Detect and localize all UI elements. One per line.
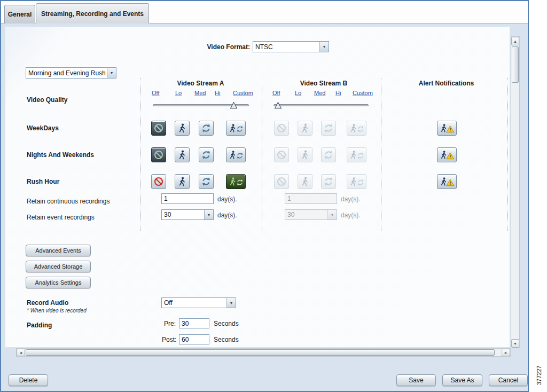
- dropdown-arrow-icon: ▼: [327, 210, 337, 219]
- rush-a-continuous-record-button[interactable]: [199, 174, 214, 189]
- slider-thumb-icon: [275, 102, 282, 109]
- nights-a-continuous-record-button[interactable]: [199, 147, 214, 162]
- nights-b-continuous-record-button: [321, 147, 336, 162]
- continuous-loop-icon: [323, 123, 334, 134]
- tab-general[interactable]: General: [4, 5, 35, 23]
- padding-label: Padding: [27, 322, 52, 329]
- motion-continuous-icon: [348, 150, 365, 160]
- tab-streaming-recording-events[interactable]: Streaming, Recording and Events: [36, 3, 149, 24]
- rush-a-record-off-button[interactable]: [151, 174, 166, 189]
- video-format-value: NTSC: [253, 42, 319, 52]
- horizontal-scrollbar: ◄ ►: [16, 348, 511, 357]
- quality-tick-custom[interactable]: Custom: [353, 90, 373, 96]
- save-as-button[interactable]: Save As: [442, 374, 482, 386]
- scroll-left-icon[interactable]: ◄: [17, 349, 25, 356]
- no-record-icon: [276, 123, 287, 134]
- retain-event-a-dropdown[interactable]: 30 ▼: [161, 209, 214, 220]
- rush-hour-label: Rush Hour: [27, 178, 59, 185]
- padding-pre-input[interactable]: [179, 318, 209, 328]
- video-format-dropdown[interactable]: NTSC ▼: [253, 41, 329, 52]
- vertical-scroll-thumb[interactable]: [512, 46, 519, 83]
- schedule-value: Morning and Evening Rush: [26, 68, 107, 78]
- motion-alert-icon: [439, 150, 455, 160]
- schedule-dropdown[interactable]: Morning and Evening Rush ▼: [26, 67, 116, 79]
- weekdays-b-motion-record-button: [298, 121, 312, 136]
- motion-continuous-icon: [228, 176, 244, 187]
- no-record-icon: [276, 176, 287, 187]
- slider-thumb-icon: [230, 102, 237, 109]
- retain-continuous-label: Retain continuous recordings: [27, 198, 110, 205]
- quality-tick-lo[interactable]: Lo: [295, 90, 301, 96]
- quality-tick-custom[interactable]: Custom: [233, 90, 253, 96]
- video-format-label: Video Format:: [182, 43, 250, 51]
- weekdays-a-record-off-button[interactable]: [151, 121, 166, 136]
- cancel-label: Cancel: [498, 377, 518, 384]
- motion-person-icon: [300, 150, 310, 160]
- scroll-up-icon[interactable]: ▲: [511, 37, 519, 45]
- retain-continuous-a-input[interactable]: [161, 193, 214, 204]
- quality-slider-thumb-a[interactable]: [230, 101, 237, 108]
- nights-alert-button[interactable]: [437, 147, 457, 162]
- rush-alert-button[interactable]: [437, 174, 457, 189]
- weekdays-a-motion-record-button[interactable]: [175, 121, 190, 136]
- dropdown-arrow-icon: ▼: [319, 42, 329, 52]
- padding-post-input[interactable]: [179, 334, 209, 344]
- save-as-label: Save As: [450, 377, 474, 384]
- screenshot-canvas: General Streaming, Recording and Events …: [0, 0, 547, 392]
- record-audio-dropdown[interactable]: Off ▼: [161, 297, 236, 308]
- weekdays-b-motion-continuous-button: [347, 121, 366, 136]
- column-header-stream-a: Video Stream A: [143, 80, 258, 87]
- advanced-storage-label: Advanced Storage: [34, 263, 83, 270]
- continuous-loop-icon: [323, 150, 334, 160]
- weekdays-alert-button[interactable]: [437, 121, 457, 136]
- no-record-icon: [153, 176, 164, 187]
- motion-person-icon: [300, 176, 310, 187]
- scroll-down-icon[interactable]: ▼: [511, 339, 519, 348]
- analytics-settings-button[interactable]: Analytics Settings: [26, 277, 91, 288]
- padding-post-seconds: Seconds: [214, 336, 239, 343]
- days-suffix: day(s).: [341, 195, 361, 203]
- motion-person-icon: [300, 123, 310, 134]
- quality-slider-track-b[interactable]: [274, 104, 369, 106]
- nights-a-motion-record-button[interactable]: [175, 147, 190, 162]
- column-header-stream-b: Video Stream B: [267, 80, 380, 87]
- quality-slider-track-a[interactable]: [153, 104, 249, 106]
- quality-tick-off[interactable]: Off: [152, 90, 159, 96]
- retain-event-a-value: 30: [162, 210, 204, 219]
- save-button[interactable]: Save: [396, 374, 436, 386]
- rush-b-motion-continuous-button: [347, 174, 366, 189]
- quality-tick-lo[interactable]: Lo: [175, 90, 182, 96]
- advanced-storage-button[interactable]: Advanced Storage: [26, 261, 91, 272]
- delete-button[interactable]: Delete: [9, 374, 48, 386]
- rush-b-record-off-button: [274, 174, 289, 189]
- quality-tick-off[interactable]: Off: [272, 90, 280, 96]
- vertical-scrollbar: ▲ ▼: [511, 36, 520, 348]
- quality-slider-thumb-b[interactable]: [275, 101, 282, 108]
- rush-a-motion-record-button[interactable]: [175, 174, 190, 189]
- nights-a-motion-continuous-button[interactable]: [226, 147, 246, 162]
- weekdays-a-continuous-record-button[interactable]: [199, 121, 214, 136]
- rush-a-motion-continuous-button[interactable]: [226, 174, 246, 189]
- continuous-loop-icon: [201, 123, 212, 134]
- weekdays-a-motion-continuous-button[interactable]: [226, 121, 246, 136]
- nights-weekends-label: Nights And Weekends: [27, 151, 94, 159]
- motion-person-icon: [177, 150, 187, 160]
- retain-event-label: Retain event recordings: [27, 214, 95, 221]
- column-separator: [507, 78, 508, 231]
- camera-config-window: General Streaming, Recording and Events …: [0, 0, 529, 392]
- column-header-alerts: Alert Notifications: [389, 80, 504, 87]
- quality-tick-hi[interactable]: Hi: [335, 90, 341, 96]
- motion-alert-icon: [439, 176, 455, 187]
- horizontal-scroll-thumb[interactable]: [26, 349, 495, 356]
- advanced-events-button[interactable]: Advanced Events: [26, 245, 91, 256]
- scroll-right-icon[interactable]: ►: [502, 349, 510, 356]
- no-record-icon: [276, 150, 287, 160]
- cancel-button[interactable]: Cancel: [489, 374, 528, 386]
- nights-a-record-off-button[interactable]: [151, 147, 166, 162]
- quality-tick-med[interactable]: Med: [314, 90, 325, 96]
- motion-continuous-icon: [228, 150, 244, 160]
- quality-tick-med[interactable]: Med: [194, 90, 206, 96]
- quality-tick-hi[interactable]: Hi: [215, 90, 220, 96]
- days-suffix: day(s).: [341, 211, 361, 219]
- weekdays-label: WeekDays: [27, 124, 59, 132]
